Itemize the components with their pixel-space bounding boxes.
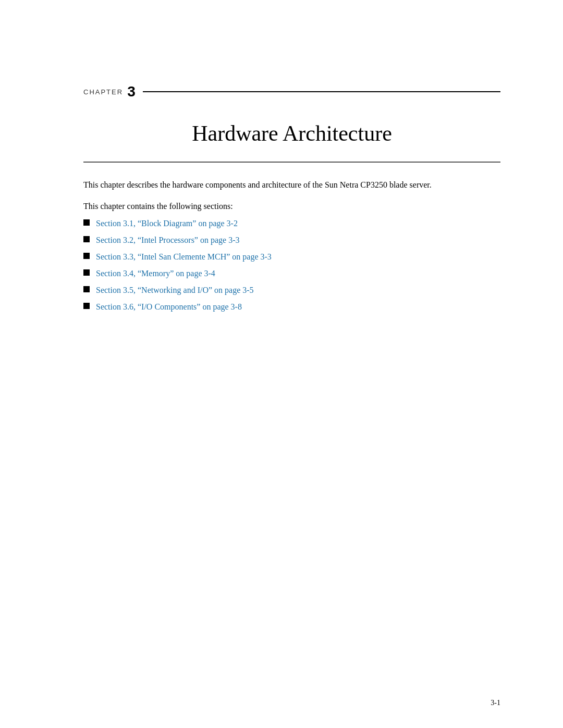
list-item: Section 3.2, “Intel Processors” on page …: [83, 234, 500, 246]
toc-link-3-2[interactable]: Section 3.2, “Intel Processors” on page …: [96, 234, 239, 246]
title-rule: [83, 162, 500, 163]
chapter-title: Hardware Architecture: [83, 121, 500, 146]
list-item: Section 3.4, “Memory” on page 3-4: [83, 267, 500, 280]
bullet-icon: [83, 286, 90, 292]
intro-paragraph1: This chapter describes the hardware comp…: [83, 178, 500, 192]
toc-link-3-3[interactable]: Section 3.3, “Intel San Clemente MCH” on…: [96, 251, 272, 263]
chapter-word-label: CHAPTER: [83, 88, 123, 96]
list-item: Section 3.3, “Intel San Clemente MCH” on…: [83, 251, 500, 263]
toc-link-3-1[interactable]: Section 3.1, “Block Diagram” on page 3-2: [96, 217, 238, 230]
bullet-icon: [83, 236, 90, 242]
chapter-rule: [143, 91, 500, 92]
bullet-icon: [83, 253, 90, 259]
toc-intro: This chapter contains the following sect…: [83, 202, 500, 211]
content-area: CHAPTER 3 Hardware Architecture This cha…: [0, 0, 563, 359]
toc-list: Section 3.1, “Block Diagram” on page 3-2…: [83, 217, 500, 313]
bullet-icon: [83, 303, 90, 309]
toc-link-3-4[interactable]: Section 3.4, “Memory” on page 3-4: [96, 267, 215, 280]
toc-link-3-5[interactable]: Section 3.5, “Networking and I/O” on pag…: [96, 284, 254, 297]
page-number: 3-1: [491, 699, 500, 707]
page: CHAPTER 3 Hardware Architecture This cha…: [0, 0, 563, 728]
bullet-icon: [83, 219, 90, 226]
list-item: Section 3.5, “Networking and I/O” on pag…: [83, 284, 500, 297]
list-item: Section 3.6, “I/O Components” on page 3-…: [83, 301, 500, 313]
list-item: Section 3.1, “Block Diagram” on page 3-2: [83, 217, 500, 230]
chapter-number: 3: [127, 83, 136, 100]
chapter-label-row: CHAPTER 3: [83, 83, 500, 100]
bullet-icon: [83, 269, 90, 276]
toc-link-3-6[interactable]: Section 3.6, “I/O Components” on page 3-…: [96, 301, 242, 313]
